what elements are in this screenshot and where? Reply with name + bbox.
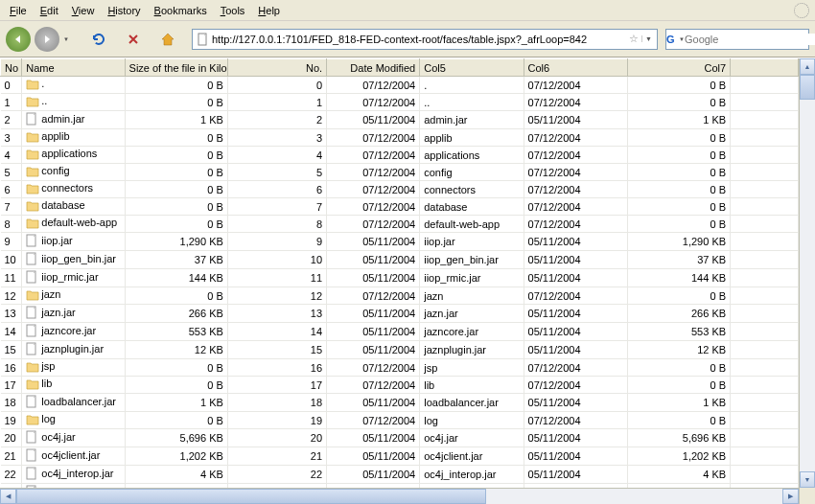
cell-name: .	[22, 77, 125, 94]
cell-no2: 10	[227, 251, 326, 269]
column-header[interactable]: No	[1, 59, 22, 77]
menu-bookmarks[interactable]: Bookmarks	[149, 3, 213, 18]
table-row[interactable]: 18loadbalancer.jar1 KB1805/11/2004loadba…	[1, 394, 799, 412]
cell-no: 18	[1, 394, 22, 412]
cell-no: 22	[1, 466, 22, 484]
file-icon	[26, 234, 39, 249]
file-icon	[26, 430, 39, 446]
cell-date: 05/11/2004	[327, 323, 420, 341]
cell-col7: 0 B	[627, 164, 730, 181]
column-header[interactable]: Col5	[420, 59, 524, 77]
table-row[interactable]: 5config0 B507/12/2004config07/12/20040 B	[1, 164, 799, 181]
cell-no: 16	[1, 359, 22, 377]
table-row[interactable]: 11iiop_rmic.jar144 KB1105/11/2004iiop_rm…	[1, 269, 799, 287]
forward-button[interactable]	[35, 27, 59, 52]
column-header[interactable]	[731, 59, 799, 77]
table-row[interactable]: 20oc4j.jar5,696 KB2005/11/2004oc4j.jar05…	[1, 429, 799, 447]
file-icon	[26, 306, 39, 321]
url-dropdown[interactable]: ▼	[641, 35, 655, 42]
table-row[interactable]: 13jazn.jar266 KB1305/11/2004jazn.jar05/1…	[1, 305, 799, 323]
scroll-left-button[interactable]: ◀	[0, 489, 16, 504]
table-row[interactable]: 2admin.jar1 KB205/11/2004admin.jar05/11/…	[1, 111, 799, 129]
table-row[interactable]: 12jazn0 B1207/12/2004jazn07/12/20040 B	[1, 287, 799, 305]
cell-col5: jazn	[420, 287, 524, 305]
scroll-right-button[interactable]: ▶	[782, 489, 799, 504]
cell-col5: oc4j.jar	[420, 429, 524, 447]
table-row[interactable]: 1..0 B107/12/2004..07/12/20040 B	[1, 94, 799, 111]
cell-col7: 1 KB	[627, 394, 730, 412]
scroll-up-button[interactable]: ▲	[800, 58, 815, 75]
scroll-down-button[interactable]: ▼	[800, 471, 815, 488]
vertical-scrollbar[interactable]: ▲ ▼	[799, 58, 815, 488]
table-row[interactable]: 10iiop_gen_bin.jar37 KB1005/11/2004iiop_…	[1, 251, 799, 269]
file-icon	[26, 270, 39, 286]
cell-extra	[731, 412, 799, 429]
cell-name: admin.jar	[22, 111, 125, 129]
table-row[interactable]: 9iiop.jar1,290 KB905/11/2004iiop.jar05/1…	[1, 233, 799, 251]
cell-size: 0 B	[125, 412, 227, 429]
home-button[interactable]	[157, 29, 178, 50]
menubar: FileEditViewHistoryBookmarksToolsHelp	[0, 0, 815, 21]
column-header[interactable]: Col6	[524, 59, 627, 77]
nav-history-dropdown[interactable]: ▼	[63, 36, 75, 42]
folder-icon	[26, 218, 39, 231]
menu-view[interactable]: View	[66, 3, 101, 18]
scroll-track[interactable]	[800, 100, 815, 471]
cell-col6: 05/11/2004	[524, 305, 627, 323]
cell-extra	[731, 359, 799, 377]
scroll-track[interactable]	[486, 489, 782, 504]
cell-col7: 0 B	[627, 77, 730, 94]
table-row[interactable]: 22oc4j_interop.jar4 KB2205/11/2004oc4j_i…	[1, 466, 799, 484]
cell-name: jazncore.jar	[22, 323, 125, 341]
cell-size: 0 B	[125, 359, 227, 377]
cell-col5: config	[420, 164, 524, 181]
cell-size: 12 KB	[125, 341, 227, 359]
table-row[interactable]: 14jazncore.jar553 KB1405/11/2004jazncore…	[1, 323, 799, 341]
table-row[interactable]: 4applications0 B407/12/2004applications0…	[1, 147, 799, 164]
cell-col5: log	[420, 412, 524, 429]
cell-no: 4	[1, 147, 22, 164]
menu-help[interactable]: Help	[252, 3, 286, 18]
back-button[interactable]	[6, 27, 31, 52]
column-header[interactable]: Date Modified	[327, 59, 420, 77]
cell-date: 05/11/2004	[327, 111, 420, 129]
column-header[interactable]: No.	[227, 59, 326, 77]
table-row[interactable]: 21oc4jclient.jar1,202 KB2105/11/2004oc4j…	[1, 447, 799, 466]
table-row[interactable]: 0.0 B007/12/2004.07/12/20040 B	[1, 77, 799, 94]
cell-col5: iiop_rmic.jar	[420, 269, 524, 287]
horizontal-scrollbar[interactable]: ◀ ▶	[0, 488, 799, 504]
table-row[interactable]: 8default-web-app0 B807/12/2004default-we…	[1, 216, 799, 233]
table-row[interactable]: 6connectors0 B607/12/2004connectors07/12…	[1, 181, 799, 198]
cell-no: 6	[1, 181, 22, 198]
stop-button[interactable]	[123, 29, 144, 50]
menu-history[interactable]: History	[102, 3, 146, 18]
cell-no: 8	[1, 216, 22, 233]
cell-col7: 0 B	[627, 359, 730, 377]
column-header[interactable]: Col7	[627, 59, 730, 77]
reload-button[interactable]	[88, 29, 109, 50]
cell-no: 2	[1, 111, 22, 129]
table-row[interactable]: 15jaznplugin.jar12 KB1505/11/2004jaznplu…	[1, 341, 799, 359]
table-row[interactable]: 16jsp0 B1607/12/2004jsp07/12/20040 B	[1, 359, 799, 377]
column-header[interactable]: Size of the file in Kilo l	[125, 59, 227, 77]
table-row[interactable]: 17lib0 B1707/12/2004lib07/12/20040 B	[1, 377, 799, 394]
table-row[interactable]: 3applib0 B307/12/2004applib07/12/20040 B	[1, 129, 799, 147]
scroll-thumb[interactable]	[800, 75, 815, 100]
folder-icon	[26, 96, 39, 109]
page-icon	[195, 32, 210, 47]
url-input[interactable]	[210, 34, 626, 45]
search-engine-icon[interactable]: G▼	[666, 34, 685, 45]
bookmark-star-icon[interactable]: ☆	[626, 33, 641, 45]
search-input[interactable]	[685, 34, 815, 45]
file-icon	[26, 342, 39, 357]
cell-date: 05/11/2004	[327, 233, 420, 251]
column-header[interactable]: Name	[22, 59, 125, 77]
menu-tools[interactable]: Tools	[215, 3, 251, 18]
scroll-thumb[interactable]	[16, 489, 486, 504]
svg-text:G: G	[666, 34, 675, 45]
menu-file[interactable]: File	[4, 3, 33, 18]
menu-edit[interactable]: Edit	[35, 3, 64, 18]
cell-col5: iiop.jar	[420, 233, 524, 251]
table-row[interactable]: 19log0 B1907/12/2004log07/12/20040 B	[1, 412, 799, 429]
table-row[interactable]: 7database0 B707/12/2004database07/12/200…	[1, 198, 799, 216]
